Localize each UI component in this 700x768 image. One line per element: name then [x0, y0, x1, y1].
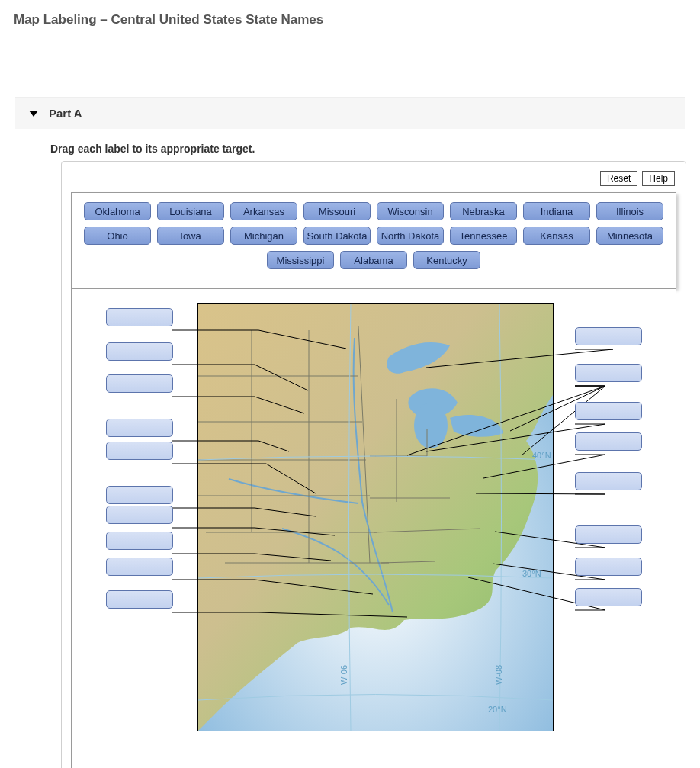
drop-slot-right-3[interactable] [575, 432, 642, 451]
drop-slot-left-7[interactable] [106, 532, 173, 550]
drop-slot-right-4[interactable] [575, 472, 642, 490]
state-label-minnesota[interactable]: Minnesota [596, 227, 663, 245]
state-label-louisiana[interactable]: Louisiana [157, 202, 224, 220]
drop-slot-right-5[interactable] [575, 525, 642, 544]
page-title: Map Labeling – Central United States Sta… [0, 0, 700, 43]
state-label-illinois[interactable]: Illinois [596, 202, 663, 220]
drop-slot-left-0[interactable] [106, 308, 173, 326]
drop-slot-left-6[interactable] [106, 506, 173, 524]
part-title: Part A [49, 107, 82, 120]
help-button[interactable]: Help [642, 171, 675, 186]
drop-slot-left-2[interactable] [106, 374, 173, 393]
svg-point-1 [414, 403, 448, 448]
state-label-kentucky[interactable]: Kentucky [413, 251, 480, 269]
lon-90-label: W-06 [339, 665, 348, 685]
drop-slot-right-2[interactable] [575, 402, 642, 420]
lat-20-label: 20°N [488, 705, 507, 714]
drop-slot-left-3[interactable] [106, 419, 173, 437]
reset-button[interactable]: Reset [600, 171, 637, 186]
state-label-nebraska[interactable]: Nebraska [450, 202, 517, 220]
state-label-north-dakota[interactable]: North Dakota [377, 227, 444, 245]
map-drop-area: 40°N 30°N 20°N W-06 W-08 [71, 288, 676, 768]
lon-80-label: W-08 [494, 665, 503, 685]
state-label-oklahoma[interactable]: Oklahoma [84, 202, 151, 220]
drop-slot-left-4[interactable] [106, 442, 173, 460]
state-label-iowa[interactable]: Iowa [157, 227, 224, 245]
lat-30-label: 30°N [522, 569, 541, 578]
map-image: 40°N 30°N 20°N W-06 W-08 [197, 303, 554, 731]
state-label-indiana[interactable]: Indiana [523, 202, 590, 220]
chevron-down-icon [29, 111, 38, 117]
state-label-ohio[interactable]: Ohio [84, 227, 151, 245]
label-palette: OklahomaLouisianaArkansasMissouriWiscons… [71, 192, 676, 288]
state-label-missouri[interactable]: Missouri [303, 202, 371, 220]
drop-slot-left-5[interactable] [106, 486, 173, 504]
state-label-tennessee[interactable]: Tennessee [450, 227, 517, 245]
drop-slot-right-1[interactable] [575, 364, 642, 382]
state-label-alabama[interactable]: Alabama [340, 251, 407, 269]
drop-slot-right-0[interactable] [575, 327, 642, 345]
drop-slot-right-6[interactable] [575, 558, 642, 576]
state-label-mississippi[interactable]: Mississippi [267, 251, 334, 269]
part-header[interactable]: Part A [15, 97, 685, 129]
state-label-wisconsin[interactable]: Wisconsin [377, 202, 444, 220]
drop-slot-left-9[interactable] [106, 590, 173, 609]
instruction-text: Drag each label to its appropriate targe… [15, 129, 685, 161]
state-label-south-dakota[interactable]: South Dakota [303, 227, 371, 245]
lat-40-label: 40°N [532, 451, 551, 460]
drop-slot-left-1[interactable] [106, 342, 173, 361]
activity-panel: Reset Help OklahomaLouisianaArkansasMiss… [61, 161, 686, 768]
drop-slot-right-7[interactable] [575, 588, 642, 606]
state-label-arkansas[interactable]: Arkansas [230, 202, 297, 220]
drop-slot-left-8[interactable] [106, 558, 173, 576]
state-label-kansas[interactable]: Kansas [523, 227, 590, 245]
state-label-michigan[interactable]: Michigan [230, 227, 297, 245]
